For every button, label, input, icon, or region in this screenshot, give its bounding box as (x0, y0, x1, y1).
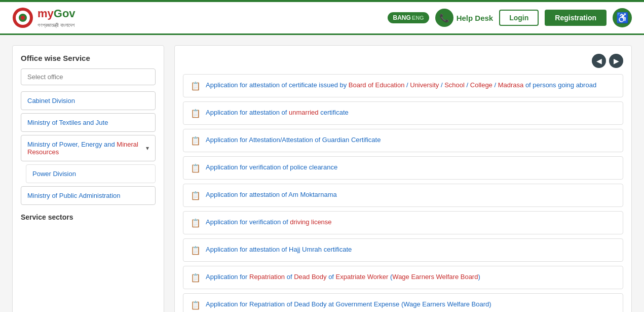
register-button[interactable]: Registration (545, 10, 607, 26)
search-input[interactable] (21, 68, 156, 85)
doc-icon: 📋 (191, 191, 201, 200)
service-item[interactable]: 📋 Application for verification of drivin… (183, 211, 623, 234)
service-text: Application for attestation of Hajj Umra… (206, 245, 352, 254)
service-text: Application for attestation of Am Moktar… (206, 190, 337, 199)
logo-brand: myGov (37, 7, 75, 20)
service-text: Application for Attestation/Attestation … (206, 135, 381, 145)
lang-eng: ENG (412, 15, 424, 21)
service-item[interactable]: 📋 Application for Attestation/Attestatio… (183, 129, 623, 152)
helpdesk-label: Help Desk (457, 14, 494, 22)
doc-icon: 📋 (191, 300, 201, 310)
service-item[interactable]: 📋 Application for attestation of Am Mokt… (183, 184, 623, 207)
accessibility-button[interactable]: ♿ (613, 8, 632, 27)
service-item[interactable]: 📋 Application for Repatriation of Dead B… (183, 293, 623, 312)
office-list: Cabinet Division Ministry of Textiles an… (21, 91, 156, 205)
logo-my: my (37, 7, 54, 20)
office-item-power-energy[interactable]: Ministry of Power, Energy and Mineral Re… (21, 135, 156, 161)
logo-gov: Gov (54, 7, 75, 20)
phone-icon: 📞 (435, 9, 453, 27)
service-list: 📋 Application for attestation of certifi… (183, 74, 623, 312)
accessibility-icon: ♿ (616, 12, 629, 24)
service-text: Application for Repatriation of Dead Bod… (206, 300, 491, 309)
doc-icon: 📋 (191, 246, 201, 255)
doc-icon: 📋 (191, 136, 201, 146)
office-item-public-admin[interactable]: Ministry of Public Administration (21, 186, 156, 205)
doc-icon: 📋 (191, 218, 201, 228)
office-label: Ministry of Power, Energy and Mineral Re… (27, 141, 146, 156)
language-toggle[interactable]: BANG ENG (388, 12, 429, 23)
doc-icon: 📋 (191, 163, 201, 173)
lang-bang: BANG (393, 14, 410, 21)
next-arrow-button[interactable]: ▶ (609, 54, 623, 68)
service-text: Application for verification of driving … (206, 218, 332, 227)
service-item[interactable]: 📋 Application for attestation of unmarri… (183, 101, 623, 125)
sidebar-title: Office wise Service (21, 54, 156, 62)
svg-point-3 (21, 16, 25, 20)
service-sectors-title: Service sectors (21, 213, 156, 221)
office-item-textiles[interactable]: Ministry of Textiles and Jute (21, 113, 156, 132)
service-text: Application for Repatriation of Dead Bod… (206, 272, 480, 282)
service-item[interactable]: 📋 Application for verification of police… (183, 156, 623, 180)
office-item-cabinet[interactable]: Cabinet Division (21, 91, 156, 110)
helpdesk-button[interactable]: 📞 Help Desk (435, 9, 494, 27)
logo-sub: গণপ্রজাতন্ত্রী বাংলাদেশ (37, 22, 74, 28)
office-label: Cabinet Division (27, 97, 75, 105)
doc-icon: 📋 (191, 81, 201, 91)
logo-text-area: myGov গণপ্রজাতন্ত্রী বাংলাদেশ (37, 7, 75, 28)
chevron-down-icon: ▾ (146, 145, 149, 152)
service-text: Application for verification of police c… (206, 163, 337, 172)
sidebar: Office wise Service Cabinet Division Min… (12, 45, 164, 312)
login-button[interactable]: Login (499, 10, 539, 26)
logo-icon (12, 7, 33, 28)
prev-arrow-button[interactable]: ◀ (592, 54, 606, 68)
header: myGov গণপ্রজাতন্ত্রী বাংলাদেশ BANG ENG 📞… (0, 2, 644, 35)
office-label: Ministry of Textiles and Jute (27, 119, 108, 126)
main-container: Office wise Service Cabinet Division Min… (0, 35, 644, 312)
doc-icon: 📋 (191, 109, 201, 118)
service-item[interactable]: 📋 Application for attestation of Hajj Um… (183, 238, 623, 262)
service-item[interactable]: 📋 Application for Repatriation of Dead B… (183, 266, 623, 289)
nav-arrows: ◀ ▶ (183, 54, 623, 68)
service-text: Application for attestation of unmarried… (206, 108, 349, 117)
service-text: Application for attestation of certifica… (206, 81, 596, 90)
office-label: Ministry of Public Administration (27, 192, 121, 199)
content-area: ◀ ▶ 📋 Application for attestation of cer… (174, 45, 632, 312)
header-right: BANG ENG 📞 Help Desk Login Registration … (388, 8, 632, 27)
service-item[interactable]: 📋 Application for attestation of certifi… (183, 74, 623, 97)
office-label: Power Division (32, 170, 76, 178)
office-item-power-division[interactable]: Power Division (26, 164, 156, 183)
logo-area: myGov গণপ্রজাতন্ত্রী বাংলাদেশ (12, 7, 75, 28)
doc-icon: 📋 (191, 273, 201, 283)
